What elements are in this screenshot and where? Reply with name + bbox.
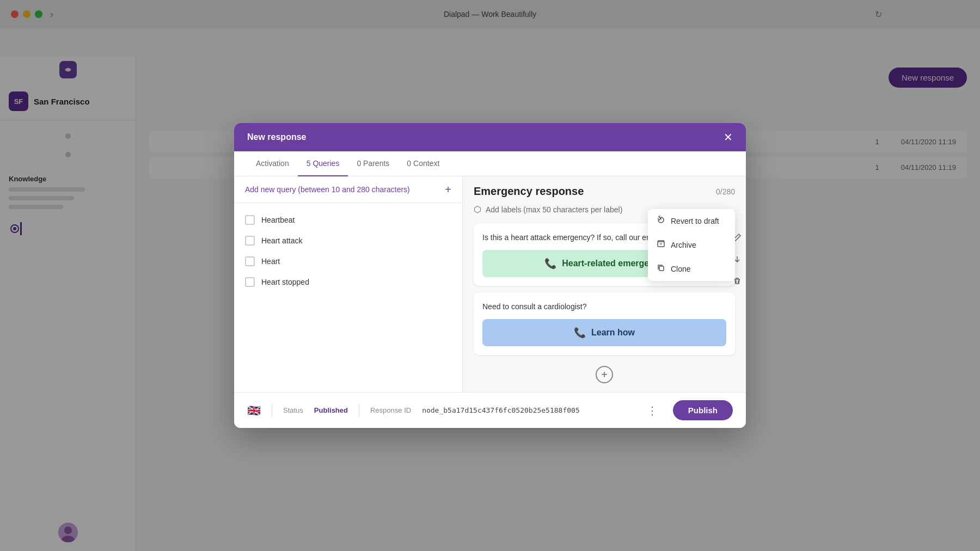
query-checkbox-heart-stopped[interactable] (245, 277, 255, 287)
list-item: Heartbeat (243, 210, 454, 230)
context-menu-clone[interactable]: Clone (648, 257, 735, 281)
tab-parents[interactable]: 0 Parents (348, 151, 398, 176)
response-title: Emergency response (474, 185, 584, 198)
query-checkbox-heartbeat[interactable] (245, 215, 255, 225)
modal-overlay: New response ✕ Activation 5 Queries 0 Pa… (0, 0, 980, 551)
publish-button[interactable]: Publish (673, 400, 733, 420)
add-query-text[interactable]: Add new query (between 10 and 280 charac… (245, 185, 410, 194)
context-menu-archive-label: Archive (671, 241, 696, 249)
tab-queries[interactable]: 5 Queries (298, 151, 348, 176)
footer-divider-2 (359, 404, 359, 417)
modal-title: New response (247, 132, 306, 142)
response-header: Emergency response 0/280 (474, 185, 735, 198)
context-menu-archive[interactable]: Archive (648, 233, 735, 257)
right-panel: Emergency response 0/280 ⬡ Add labels (m… (463, 176, 746, 392)
list-item: Heart (243, 251, 454, 272)
query-label: Heart attack (261, 236, 302, 245)
tab-context[interactable]: 0 Context (398, 151, 448, 176)
phone-icon-1: 📞 (544, 258, 556, 270)
modal-footer: 🇬🇧 Status Published Response ID node_b5a… (234, 392, 746, 428)
modal-tabs: Activation 5 Queries 0 Parents 0 Context (234, 151, 746, 176)
left-panel: Add new query (between 10 and 280 charac… (234, 176, 463, 392)
card-text-2: Need to consult a cardiologist? (482, 301, 726, 313)
add-labels-hint: Add labels (max 50 characters per label) (486, 205, 622, 214)
query-checkbox-heart-attack[interactable] (245, 236, 255, 246)
query-label: Heart stopped (261, 278, 309, 286)
modal-header: New response ✕ (234, 123, 746, 151)
context-menu-clone-label: Clone (671, 265, 691, 273)
list-item: Heart attack (243, 230, 454, 251)
query-list: Heartbeat Heart attack Heart Heart stopp… (234, 203, 462, 392)
char-count: 0/280 (716, 187, 735, 196)
response-id-value: node_b5a17d15c437f6fc0520b25e5188f005 (422, 406, 580, 414)
query-label: Heart (261, 257, 280, 266)
modal-body: Add new query (between 10 and 280 charac… (234, 176, 746, 392)
clone-icon (657, 264, 665, 274)
response-card-2: Need to consult a cardiologist? 📞 Learn … (474, 292, 735, 355)
archive-icon (657, 240, 665, 250)
svg-rect-6 (659, 266, 664, 271)
add-block-button[interactable]: + (596, 366, 613, 383)
query-checkbox-heart[interactable] (245, 256, 255, 266)
revert-icon (657, 216, 665, 226)
status-value: Published (314, 406, 348, 414)
context-menu: Revert to draft Archive (648, 209, 735, 281)
label-icon: ⬡ (474, 204, 481, 215)
modal-close-button[interactable]: ✕ (724, 132, 733, 143)
tab-activation[interactable]: Activation (247, 151, 298, 176)
learn-how-button[interactable]: 📞 Learn how (482, 319, 726, 346)
add-query-plus-icon[interactable]: + (445, 184, 451, 195)
list-item: Heart stopped (243, 272, 454, 292)
flag-icon: 🇬🇧 (247, 404, 261, 417)
phone-icon-2: 📞 (574, 327, 586, 339)
footer-divider-1 (272, 404, 272, 417)
context-menu-revert[interactable]: Revert to draft (648, 209, 735, 233)
add-query-row: Add new query (between 10 and 280 charac… (234, 176, 462, 203)
more-options-button[interactable]: ⋮ (642, 402, 662, 419)
modal: New response ✕ Activation 5 Queries 0 Pa… (234, 123, 746, 428)
response-id-label: Response ID (370, 406, 411, 414)
context-menu-revert-label: Revert to draft (671, 217, 719, 225)
query-label: Heartbeat (261, 216, 295, 224)
status-label: Status (283, 406, 303, 414)
add-block-area: + (474, 366, 735, 383)
